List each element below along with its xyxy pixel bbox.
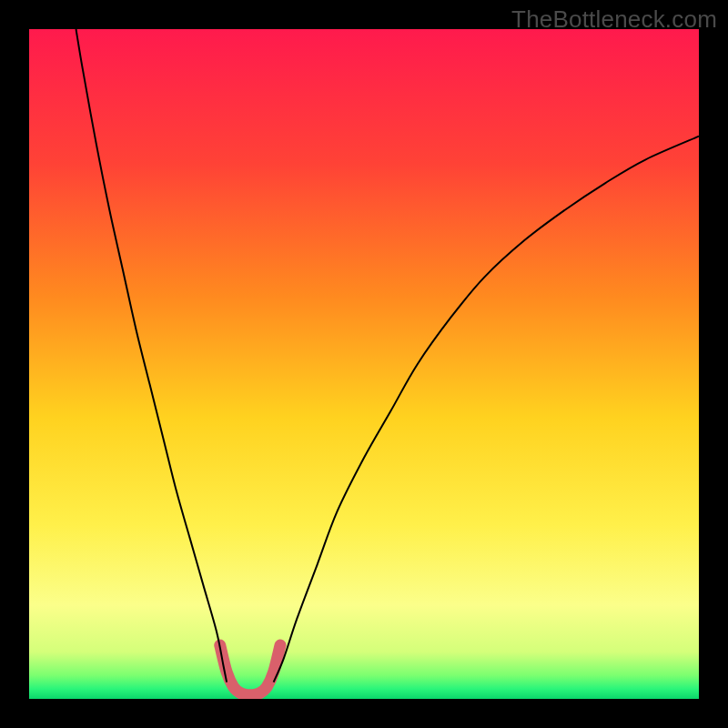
plot-area <box>29 29 699 699</box>
gradient-background <box>29 29 699 699</box>
chart-frame: TheBottleneck.com <box>0 0 728 728</box>
bottleneck-chart <box>29 29 699 699</box>
